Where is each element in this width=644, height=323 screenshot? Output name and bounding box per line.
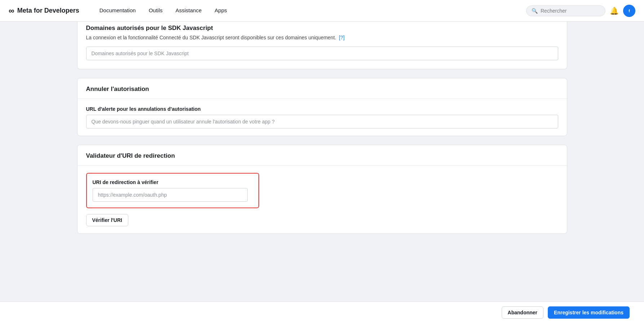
- redirect-uri-input[interactable]: [93, 188, 248, 202]
- avatar[interactable]: f: [623, 5, 635, 17]
- sdk-help-link[interactable]: [?]: [339, 35, 345, 40]
- verify-uri-button[interactable]: Vérifier l'URI: [86, 214, 128, 226]
- cancel-auth-field-label: URL d'alerte pour les annulations d'auto…: [86, 106, 558, 112]
- cancel-auth-title: Annuler l'autorisation: [86, 86, 558, 93]
- nav-item-documentation[interactable]: Documentation: [94, 0, 142, 22]
- redirect-field-label: URI de redirection à vérifier: [93, 179, 253, 185]
- bell-icon[interactable]: 🔔: [610, 6, 619, 15]
- logo-text: Meta for Developers: [17, 7, 79, 14]
- sdk-domains-desc: La connexion et la fonctionnalité Connec…: [86, 34, 558, 42]
- sdk-domains-title: Domaines autorisés pour le SDK Javascrip…: [86, 22, 558, 32]
- avatar-initials: f: [629, 9, 630, 13]
- navbar: ∞ Meta for Developers Documentation Outi…: [0, 0, 644, 22]
- navbar-right: 🔍 🔔 f: [526, 5, 635, 17]
- sdk-domains-card: Domaines autorisés pour le SDK Javascrip…: [77, 22, 567, 69]
- nav-item-outils[interactable]: Outils: [143, 0, 168, 22]
- redirect-validator-body: URI de redirection à vérifier Vérifier l…: [77, 166, 567, 233]
- logo: ∞ Meta for Developers: [9, 6, 79, 16]
- search-box[interactable]: 🔍: [526, 5, 605, 16]
- nav-item-apps[interactable]: Apps: [209, 0, 233, 22]
- redirect-validator-card: Validateur d'URI de redirection URI de r…: [77, 145, 567, 234]
- nav-item-assistance[interactable]: Assistance: [170, 0, 208, 22]
- redirect-validator-header: Validateur d'URI de redirection: [77, 145, 567, 166]
- cancel-auth-header: Annuler l'autorisation: [77, 78, 567, 99]
- search-input[interactable]: [541, 8, 600, 14]
- navbar-nav: Documentation Outils Assistance Apps: [94, 0, 526, 22]
- redirect-highlight-box: URI de redirection à vérifier: [86, 173, 259, 208]
- search-icon: 🔍: [532, 8, 538, 14]
- cancel-auth-card: Annuler l'autorisation URL d'alerte pour…: [77, 78, 567, 136]
- cancel-auth-body: URL d'alerte pour les annulations d'auto…: [77, 99, 567, 136]
- redirect-validator-title: Validateur d'URI de redirection: [86, 152, 558, 160]
- page-content: Domaines autorisés pour le SDK Javascrip…: [63, 22, 582, 279]
- sdk-domains-input[interactable]: [86, 47, 558, 60]
- cancel-auth-input[interactable]: [86, 115, 558, 128]
- meta-icon: ∞: [9, 6, 14, 16]
